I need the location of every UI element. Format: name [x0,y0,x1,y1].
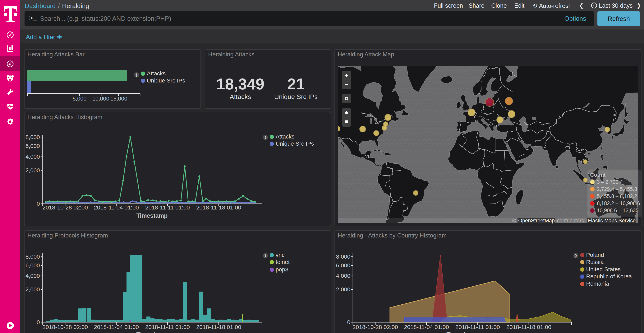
svg-text:2018-10-28 02:00: 2018-10-28 02:00 [42,324,88,330]
svg-text:4,000: 4,000 [26,153,40,160]
svg-text:0: 0 [36,200,40,207]
svg-text:4,000: 4,000 [26,272,40,279]
svg-text:2018-11-04 01:00: 2018-11-04 01:00 [404,324,449,330]
svg-text:6,000: 6,000 [336,262,350,268]
svg-text:2018-10-28 02:00: 2018-10-28 02:00 [353,324,398,330]
svg-text:10,000: 10,000 [92,96,110,102]
svg-text:0: 0 [36,319,40,325]
svg-text:Timestamp: Timestamp [136,212,168,219]
svg-text:5,000: 5,000 [73,96,87,102]
svg-text:2018-11-11 01:00: 2018-11-11 01:00 [145,204,190,211]
svg-text:2018-11-18 01:00: 2018-11-18 01:00 [506,324,552,330]
svg-text:8,000: 8,000 [26,253,40,260]
svg-text:2018-11-04 01:00: 2018-11-04 01:00 [94,324,139,330]
svg-text:0: 0 [347,319,350,325]
svg-text:6,000: 6,000 [26,143,40,149]
svg-text:2,000: 2,000 [26,286,40,292]
svg-text:2018-11-04 01:00: 2018-11-04 01:00 [94,204,139,211]
svg-text:2018-11-18 01:00: 2018-11-18 01:00 [196,204,241,211]
svg-text:8,000: 8,000 [26,134,40,140]
svg-text:2,000: 2,000 [336,286,350,292]
svg-text:Timestamp: Timestamp [136,331,168,333]
svg-text:6,000: 6,000 [26,262,40,268]
svg-text:2,000: 2,000 [26,167,40,173]
svg-text:Timestamp: Timestamp [446,331,478,333]
svg-text:4,000: 4,000 [336,272,350,279]
svg-text:2018-11-18 01:00: 2018-11-18 01:00 [196,324,241,330]
svg-text:2018-11-11 01:00: 2018-11-11 01:00 [456,324,500,330]
svg-text:15,000: 15,000 [110,96,128,102]
svg-text:2018-10-28 02:00: 2018-10-28 02:00 [42,204,88,211]
svg-text:2018-11-11 01:00: 2018-11-11 01:00 [145,324,190,330]
svg-text:8,000: 8,000 [336,253,350,260]
